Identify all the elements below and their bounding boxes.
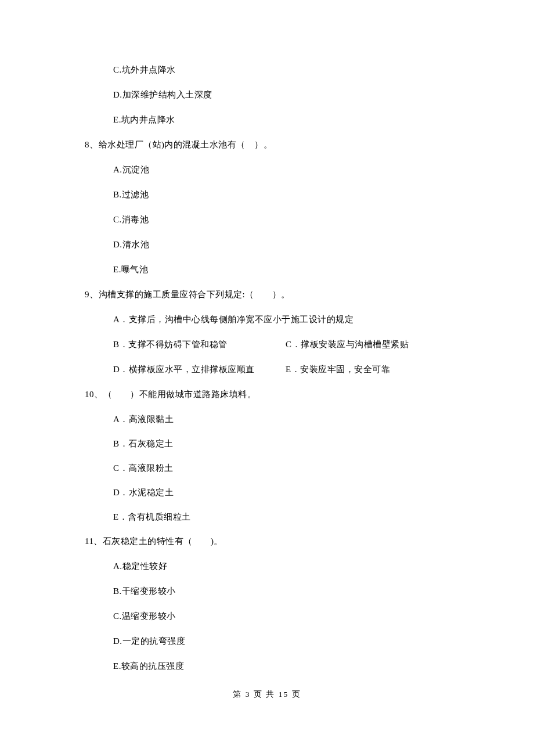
q9-option-a: A．支撑后，沟槽中心线每侧舶净宽不应小于施工设计的规定 [113,315,470,324]
q9-option-b: B．支撑不得妨碍下管和稳管 [113,340,286,349]
q7-option-c: C.坑外井点降水 [113,66,470,74]
q8-option-c: C.消毒池 [113,215,470,224]
q11-option-d: D.一定的抗弯强度 [113,637,470,646]
q8-option-d: D.清水池 [113,240,470,249]
q11-option-c: C.温缩变形较小 [113,612,470,621]
q7-option-e: E.坑内井点降水 [113,116,470,124]
q8-option-a: A.沉淀池 [113,165,470,174]
page-footer: 第 3 页 共 15 页 [0,689,534,700]
q10-stem: 10、（ ）不能用做城市道路路床填料。 [85,390,470,399]
q10-option-d: D．水泥稳定土 [113,488,470,497]
q10-option-c: C．高液限粉土 [113,464,470,473]
q11-option-b: B.干缩变形较小 [113,587,470,596]
q9-option-c: C．撑板安装应与沟槽槽壁紧贴 [286,340,470,349]
q10-option-e: E．含有机质细粒土 [113,513,470,521]
q9-option-d: D．横撑板应水平，立排撑板应顺直 [113,365,286,374]
q8-option-e: E.曝气池 [113,265,470,274]
q10-option-a: A．高液限黏土 [113,415,470,424]
q11-stem: 11、石灰稳定土的特性有（ )。 [85,537,470,546]
q9-stem: 9、沟槽支撑的施工质量应符合下列规定:（ ）。 [85,290,470,299]
q11-option-e: E.较高的抗压强度 [113,662,470,671]
q8-stem: 8、给水处理厂（站)内的混凝土水池有（ ）。 [85,141,470,149]
q9-option-e: E．安装应牢固，安全可靠 [286,365,470,374]
q11-option-a: A.稳定性较好 [113,562,470,571]
q8-option-b: B.过滤池 [113,190,470,199]
q7-option-d: D.加深维护结构入土深度 [113,91,470,99]
q10-option-b: B．石灰稳定土 [113,440,470,448]
